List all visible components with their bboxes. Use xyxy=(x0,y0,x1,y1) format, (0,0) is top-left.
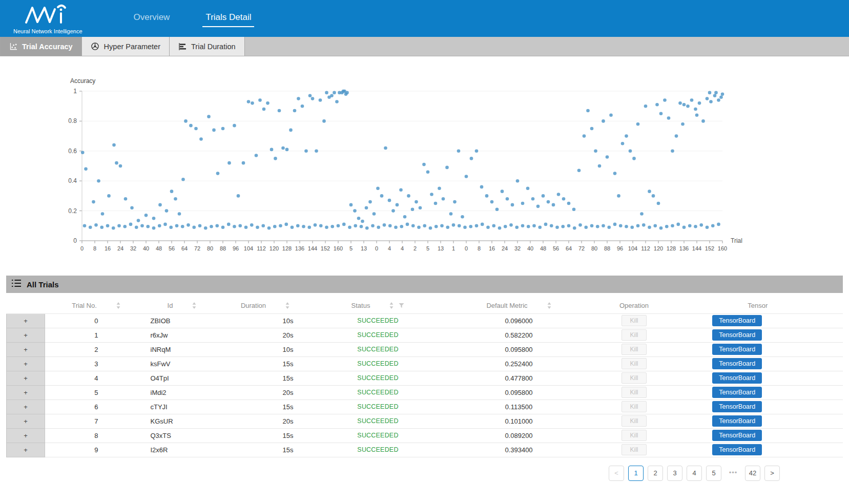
scatter-point xyxy=(322,119,326,123)
sort-icon[interactable] xyxy=(389,302,394,309)
scatter-point xyxy=(527,225,530,228)
trial-id-cell: KGsUR xyxy=(148,414,217,428)
scatter-point xyxy=(636,224,640,228)
nav-tab-overview[interactable]: Overview xyxy=(131,0,173,37)
scatter-point xyxy=(511,203,514,207)
scatter-point xyxy=(242,161,245,165)
table-row: +3ksFwV15sSUCCEEDED0.252400KillTensorBoa… xyxy=(7,356,843,371)
sort-icon[interactable] xyxy=(116,302,120,309)
scatter-point xyxy=(602,119,605,123)
page-button-3[interactable]: 3 xyxy=(667,466,682,481)
expand-row-button[interactable]: + xyxy=(7,328,45,342)
scatter-point xyxy=(344,93,348,96)
operation-cell: Kill xyxy=(596,443,673,457)
scatter-point xyxy=(371,224,375,228)
scatter-point xyxy=(256,225,259,229)
tensorboard-button[interactable]: TensorBoard xyxy=(712,415,762,427)
page-button-2[interactable]: 2 xyxy=(648,466,663,481)
scatter-point xyxy=(192,225,196,229)
sort-icon[interactable] xyxy=(285,302,289,309)
expand-row-button[interactable]: + xyxy=(7,342,45,356)
view-tab-trial-accuracy[interactable]: Trial Accuracy xyxy=(0,37,82,56)
duration-cell: 20s xyxy=(217,328,314,342)
x-tick-label: 96 xyxy=(617,245,623,251)
scatter-point xyxy=(583,134,586,138)
scatter-point xyxy=(676,223,680,226)
list-icon xyxy=(11,279,22,289)
operation-cell: Kill xyxy=(596,428,673,443)
scatter-point xyxy=(210,225,213,228)
tensorboard-button[interactable]: TensorBoard xyxy=(712,444,762,455)
scatter-point xyxy=(665,225,669,228)
sort-icon[interactable] xyxy=(192,302,196,309)
filter-icon[interactable] xyxy=(399,303,404,308)
tensorboard-button[interactable]: TensorBoard xyxy=(712,344,762,355)
trial-id-cell: ksFwV xyxy=(148,356,217,371)
scatter-point xyxy=(137,219,140,222)
view-tab-hyper-parameter[interactable]: Hyper Parameter xyxy=(82,37,170,56)
scatter-point xyxy=(388,224,392,228)
table-row: +9I2x6R15sSUCCEEDED0.393400KillTensorBoa… xyxy=(7,443,843,457)
scatter-point xyxy=(365,206,368,209)
trial-id-cell: Q3xTS xyxy=(148,428,217,443)
scatter-point xyxy=(652,194,655,198)
scatter-point xyxy=(262,108,266,111)
page-button-5[interactable]: 5 xyxy=(706,466,721,481)
page-button-1[interactable]: 1 xyxy=(628,466,644,481)
column-header-icons xyxy=(116,302,120,309)
next-page-button[interactable]: > xyxy=(764,466,780,481)
tensorboard-button[interactable]: TensorBoard xyxy=(712,430,762,441)
scatter-point xyxy=(719,95,723,99)
x-tick-label: 152 xyxy=(705,245,714,251)
scatter-point xyxy=(561,225,565,228)
scatter-point xyxy=(84,167,88,171)
tensor-cell: TensorBoard xyxy=(673,342,843,356)
scatter-point xyxy=(92,200,95,204)
expand-row-button[interactable]: + xyxy=(7,356,45,371)
expand-row-button[interactable]: + xyxy=(7,313,45,328)
trial-id-cell: cTYJI xyxy=(148,400,217,414)
view-tab-trial-duration[interactable]: Trial Duration xyxy=(170,37,245,56)
default-metric-cell: 0.477800 xyxy=(442,371,596,385)
expand-row-button[interactable]: + xyxy=(7,385,45,400)
page-button-42[interactable]: 42 xyxy=(745,466,760,481)
top-navbar: Neural Network Intelligence OverviewTria… xyxy=(0,0,849,37)
tensorboard-button[interactable]: TensorBoard xyxy=(712,315,762,326)
scatter-point xyxy=(515,225,519,229)
chart-canvas: Accuracy00.20.40.60.81081624324048566472… xyxy=(0,56,849,261)
scatter-point xyxy=(630,225,634,229)
expand-row-button[interactable]: + xyxy=(7,414,45,428)
scatter-point xyxy=(247,100,251,103)
scatter-point xyxy=(619,224,623,228)
expand-row-button[interactable]: + xyxy=(7,443,45,457)
expand-column-header xyxy=(7,298,45,313)
scatter-point xyxy=(383,223,386,227)
tensorboard-button[interactable]: TensorBoard xyxy=(712,401,762,412)
scatter-point xyxy=(442,197,445,201)
scatter-point xyxy=(422,163,426,166)
status-cell: SUCCEEDED xyxy=(314,428,442,443)
tensorboard-button[interactable]: TensorBoard xyxy=(712,329,762,341)
scatter-point xyxy=(319,224,323,228)
nni-logo-icon xyxy=(22,4,73,28)
page-button-4[interactable]: 4 xyxy=(687,466,702,481)
trial-no-cell: 4 xyxy=(45,371,148,385)
tensorboard-button[interactable]: TensorBoard xyxy=(712,372,762,384)
tensorboard-button[interactable]: TensorBoard xyxy=(712,358,762,369)
expand-row-button[interactable]: + xyxy=(7,371,45,385)
expand-row-button[interactable]: + xyxy=(7,428,45,443)
nav-tab-trials-detail[interactable]: Trials Detail xyxy=(202,0,254,37)
scatter-point xyxy=(400,225,403,228)
duration-bars-icon xyxy=(178,43,187,51)
status-cell: SUCCEEDED xyxy=(314,443,442,457)
tensorboard-button[interactable]: TensorBoard xyxy=(712,387,762,398)
scatter-point xyxy=(657,202,660,205)
expand-row-button[interactable]: + xyxy=(7,400,45,414)
scatter-point xyxy=(221,225,225,229)
kill-button: Kill xyxy=(622,315,646,326)
x-tick-label: 144 xyxy=(692,245,701,251)
nav-tab-label: Overview xyxy=(131,10,173,27)
tensor-cell: TensorBoard xyxy=(673,400,843,414)
sort-icon[interactable] xyxy=(547,302,551,309)
scatter-point xyxy=(391,209,395,213)
